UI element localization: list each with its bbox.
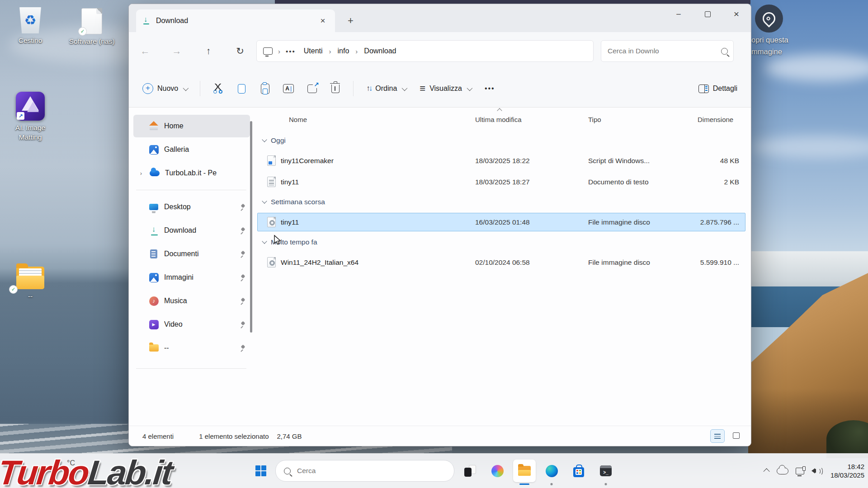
list-view-icon — [714, 434, 721, 439]
desktop-icon-label: AI. ImageMatting — [15, 123, 45, 142]
network-cast-icon[interactable] — [796, 468, 804, 474]
collapse-chevron-icon[interactable] — [262, 198, 267, 203]
expand-chevron-icon[interactable]: › — [138, 170, 144, 177]
sort-ascending-icon — [497, 108, 502, 113]
turbolab-watermark-logo: TurboLab.it — [0, 455, 174, 488]
taskbar-store[interactable] — [567, 460, 590, 482]
status-bar: 4 elementi 1 elemento selezionato 2,74 G… — [129, 426, 751, 446]
desktop-icon-label: -- — [28, 292, 33, 301]
sidebar-item-immagini[interactable]: Immagini — [133, 266, 250, 289]
spotlight-desktop-icon[interactable]: opri questammagine — [751, 5, 819, 57]
breadcrumb-info[interactable]: info — [334, 45, 353, 57]
column-header-nome[interactable]: Nome — [254, 116, 463, 123]
cut-button[interactable] — [208, 78, 228, 99]
share-button[interactable] — [302, 78, 322, 99]
taskbar-terminal[interactable]: >_ — [594, 460, 617, 482]
back-button[interactable]: ← — [135, 46, 155, 56]
terminal-icon: >_ — [600, 465, 612, 476]
view-button[interactable]: ≡ Visualizza — [414, 80, 476, 97]
sort-arrows-icon: ↑↓ — [366, 84, 371, 93]
toolbar-divider — [353, 81, 354, 96]
sidebar-item-download[interactable]: ↓ Download — [133, 219, 250, 242]
large-icons-view-button[interactable] — [729, 429, 743, 442]
share-icon — [307, 84, 317, 93]
desktop-icon-software-nas[interactable]: ✓ Software (nas) — [60, 8, 123, 47]
desktop: ♻ Cestino ✓ Software (nas) ↗ AI. ImageMa… — [0, 0, 868, 488]
close-button[interactable]: × — [722, 4, 751, 24]
group-header-molto-tempo-fa[interactable]: Molto tempo fa — [254, 233, 751, 252]
tab-bar: Download × + — [129, 4, 751, 32]
group-header-oggi[interactable]: Oggi — [254, 131, 751, 150]
desktop-icon-ai-image-matting[interactable]: ↗ AI. ImageMatting — [0, 92, 62, 142]
search-box[interactable] — [601, 40, 734, 62]
edge-icon — [546, 465, 558, 477]
taskbar-copilot[interactable] — [486, 460, 509, 482]
copy-button[interactable] — [231, 78, 252, 99]
sort-button[interactable]: ↑↓ Ordina — [361, 80, 411, 97]
new-button[interactable]: + Nuovo — [137, 79, 193, 98]
tab-download[interactable]: Download × — [136, 9, 335, 32]
file-row-tiny11coremaker[interactable]: tiny11Coremaker 18/03/2025 18:22 Script … — [254, 150, 751, 171]
chevron-down-icon — [183, 85, 189, 91]
up-button[interactable]: ↑ — [198, 46, 218, 56]
search-input[interactable] — [607, 47, 717, 56]
taskbar-edge[interactable] — [540, 460, 563, 482]
selection-size: 2,74 GB — [277, 432, 302, 440]
minimize-button[interactable]: – — [664, 4, 693, 24]
taskbar-center: >_ — [251, 454, 617, 488]
forward-button[interactable]: → — [167, 46, 187, 56]
sidebar-item-desktop[interactable]: Desktop — [133, 196, 250, 218]
breadcrumb-overflow[interactable]: ••• — [283, 47, 298, 55]
desktop-icon-recycle-bin[interactable]: ♻ Cestino — [0, 7, 62, 46]
more-options-button[interactable]: ••• — [479, 80, 500, 97]
shortcut-arrow-icon: ↗ — [17, 112, 24, 120]
sidebar-item-home[interactable]: Home — [133, 115, 250, 137]
column-header-tipo[interactable]: Tipo — [576, 116, 670, 123]
taskbar-clock[interactable]: 18:42 18/03/2025 — [830, 462, 864, 480]
breadcrumb-download[interactable]: Download — [360, 45, 400, 57]
navigation-bar: ← → ↑ ↻ › ••• Utenti › info › Download — [129, 32, 751, 70]
taskbar-app-dark-window[interactable] — [459, 460, 481, 482]
maximize-button[interactable] — [693, 4, 722, 24]
collapse-chevron-icon[interactable] — [262, 137, 267, 142]
this-pc-icon[interactable] — [263, 47, 273, 55]
file-row-tiny11-iso-selected[interactable]: tiny11 16/03/2025 01:48 File immagine di… — [254, 211, 751, 233]
volume-icon[interactable] — [811, 467, 821, 474]
file-row-win11-iso[interactable]: Win11_24H2_Italian_x64 02/10/2024 06:58 … — [254, 252, 751, 273]
home-icon — [149, 121, 159, 131]
column-header-ultima-modifica[interactable]: Ultima modifica — [463, 116, 576, 123]
recycle-bin-icon: ♻ — [19, 7, 42, 33]
download-folder-icon: ↓ — [152, 225, 156, 234]
new-tab-button[interactable]: + — [348, 15, 354, 27]
refresh-button[interactable]: ↻ — [230, 46, 250, 56]
column-header-dimensione[interactable]: Dimensione — [670, 116, 751, 123]
collapse-chevron-icon[interactable] — [262, 239, 267, 244]
taskbar-search[interactable] — [275, 460, 454, 482]
file-list: Nome Ultima modifica Tipo Dimensione Ogg… — [254, 108, 751, 426]
sidebar-item-onedrive[interactable]: › TurboLab.it - Pe — [133, 162, 250, 184]
taskbar-search-input[interactable] — [296, 466, 446, 475]
copilot-icon — [491, 465, 504, 477]
rename-button[interactable]: A| — [278, 78, 299, 99]
sidebar-item-musica[interactable]: ♪ Musica — [133, 290, 250, 312]
group-header-settimana-scorsa[interactable]: Settimana scorsa — [254, 192, 751, 211]
sidebar-item-folder[interactable]: -- — [133, 337, 250, 359]
taskbar-file-explorer[interactable] — [513, 460, 536, 482]
paste-button[interactable] — [255, 78, 275, 99]
file-row-tiny11-txt[interactable]: tiny11 18/03/2025 18:27 Documento di tes… — [254, 171, 751, 192]
tab-close-icon[interactable]: × — [317, 15, 329, 27]
delete-button[interactable] — [325, 78, 346, 99]
start-button[interactable] — [251, 461, 271, 481]
sidebar-item-documenti[interactable]: Documenti — [133, 243, 250, 265]
desktop-icon-folder[interactable]: ✓ -- — [0, 267, 62, 301]
details-pane-button[interactable]: Dettagli — [693, 80, 743, 97]
sidebar-scrollbar[interactable] — [250, 121, 252, 333]
breadcrumb-utenti[interactable]: Utenti — [300, 45, 326, 57]
details-view-button[interactable] — [710, 429, 725, 443]
onedrive-tray-icon[interactable] — [777, 468, 788, 474]
hidden-icons-chevron[interactable] — [763, 468, 769, 474]
sidebar-item-video[interactable]: ▶ Video — [133, 313, 250, 336]
spotlight-label: opri questammagine — [751, 34, 819, 57]
sidebar-item-galleria[interactable]: Galleria — [133, 138, 250, 161]
address-bar[interactable]: › ••• Utenti › info › Download — [256, 40, 594, 62]
